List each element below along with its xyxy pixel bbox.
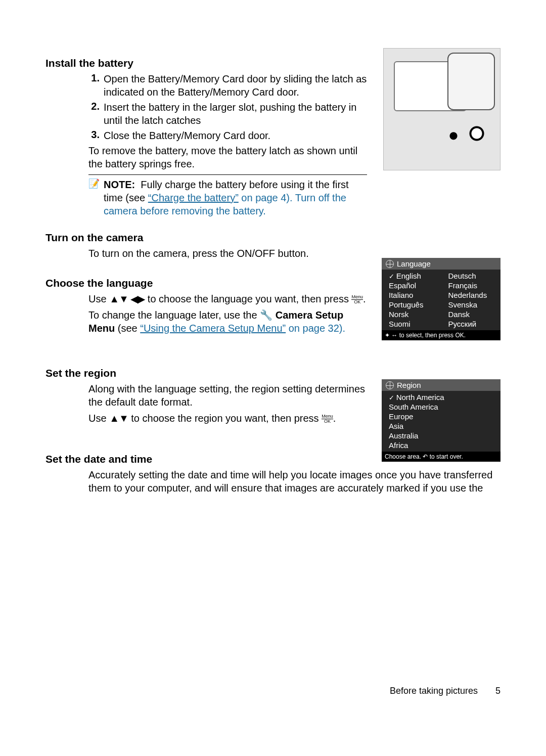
text: (see (115, 323, 140, 334)
step-text: Close the Battery/Memory Card door. (104, 129, 367, 142)
nav-icons: ✦ ↔ (385, 332, 397, 339)
heading-language: Choose the language (46, 277, 367, 289)
region-use-arrows: Use ▲▼ to choose the region you want, th… (88, 412, 367, 425)
region-item-selected: North America (387, 392, 500, 402)
note-box: 📝 NOTE: Fully charge the battery before … (88, 174, 367, 217)
step-text: Insert the battery in the larger slot, p… (104, 101, 367, 127)
text: button. (275, 248, 309, 259)
menu-ok-icon: MenuOK (351, 295, 363, 304)
region-item: Asia (387, 421, 500, 431)
lang-item: Français (446, 281, 501, 290)
datetime-intro: Accurately setting the date and time wil… (88, 468, 500, 495)
battery-illustration (383, 48, 500, 170)
install-steps-list: 1.Open the Battery/Memory Card door by s… (88, 72, 367, 142)
menu-footer: to select, then press OK. (399, 332, 466, 339)
text: to choose the language you want, then pr… (145, 293, 351, 304)
link-charge-battery[interactable]: “Charge the battery” (148, 192, 239, 203)
step-number: 2. (88, 101, 100, 127)
step-number: 1. (88, 72, 100, 99)
menu-title: Language (397, 259, 431, 268)
region-item: Australia (387, 431, 500, 440)
remove-battery-text: To remove the battery, move the battery … (88, 144, 367, 170)
note-label: NOTE: (104, 179, 135, 190)
text: To turn on the camera, press the (88, 248, 237, 259)
globe-icon (386, 260, 394, 268)
text: to choose the region you want, then pres… (128, 413, 322, 424)
arrow-icons: ▲▼ (109, 413, 128, 424)
region-intro: Along with the language setting, the reg… (88, 382, 367, 409)
footer-page-number: 5 (495, 686, 500, 696)
globe-icon (386, 381, 394, 389)
region-item: Europe (387, 412, 500, 421)
language-use-arrows: Use ▲▼ ◀▶ to choose the language you wan… (88, 292, 367, 305)
menu-title: Region (397, 381, 421, 389)
heading-install: Install the battery (46, 57, 367, 69)
menu-footer-a: Choose area. (385, 453, 421, 460)
text: To change the language later, use the (88, 309, 260, 321)
lang-item: Español (387, 281, 441, 290)
lang-item: Deutsch (446, 271, 501, 281)
footer-chapter: Before taking pictures (390, 686, 478, 696)
lang-item: Nederlands (446, 290, 501, 300)
menu-ok-icon: MenuOK (322, 414, 333, 424)
region-item: South America (387, 402, 500, 412)
lang-item: Italiano (387, 290, 441, 300)
lang-item: Svenska (446, 300, 501, 309)
lang-item: Dansk (446, 309, 501, 319)
step-number: 3. (88, 129, 100, 142)
text: Use (88, 413, 109, 424)
language-menu-screenshot: Language English Español Italiano Portug… (382, 258, 500, 340)
text: on page 32). (286, 323, 345, 334)
arrow-icons: ▲▼ ◀▶ (109, 293, 145, 304)
heading-turn-on: Turn on the camera (46, 232, 500, 244)
on-off-button-label: ON/OFF (237, 248, 276, 259)
text: Use (88, 293, 109, 304)
menu-footer-b: to start over. (430, 453, 463, 460)
page-footer: Before taking pictures 5 (0, 686, 546, 696)
lang-item: Suomi (387, 319, 441, 329)
back-icon: ↶ (423, 453, 428, 460)
wrench-icon: 🔧 (260, 309, 272, 321)
lang-item: Português (387, 300, 441, 309)
lang-item-selected: English (387, 271, 441, 281)
note-icon: 📝 (88, 178, 100, 217)
lang-item: Norsk (387, 309, 441, 319)
step-text: Open the Battery/Memory Card door by sli… (104, 72, 367, 99)
language-change-later: To change the language later, use the 🔧 … (88, 308, 367, 335)
region-item: Africa (387, 440, 500, 450)
link-camera-setup-menu[interactable]: “Using the Camera Setup Menu” (140, 323, 286, 334)
region-menu-screenshot: Region North America South America Europ… (382, 379, 500, 462)
lang-item: Русский (446, 319, 501, 329)
heading-region: Set the region (46, 367, 367, 379)
